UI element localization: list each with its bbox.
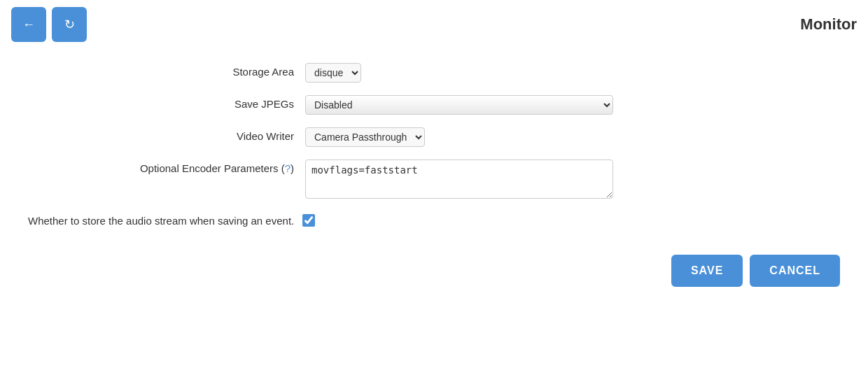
encoder-params-label: Optional Encoder Parameters (?) [28,160,294,174]
action-buttons: SAVE CANCEL [0,248,868,294]
video-writer-row: Video Writer Camera Passthrough X264 H26… [28,127,840,147]
audio-stream-row: Whether to store the audio stream when s… [28,214,840,227]
video-writer-select[interactable]: Camera Passthrough X264 H264_OMX [305,127,425,147]
save-jpegs-control: Disabled Enabled [305,95,620,115]
video-writer-label: Video Writer [28,127,294,142]
video-writer-control: Camera Passthrough X264 H264_OMX [305,127,620,147]
encoder-params-control: movflags=faststart [305,160,620,201]
storage-area-control: disque [305,63,620,83]
back-button[interactable]: ← [11,7,46,42]
save-jpegs-row: Save JPEGs Disabled Enabled [28,95,840,115]
audio-stream-label: Whether to store the audio stream when s… [28,215,294,227]
encoder-params-textarea[interactable]: movflags=faststart [305,160,613,199]
save-jpegs-select[interactable]: Disabled Enabled [305,95,613,115]
storage-area-label: Storage Area [28,63,294,78]
encoder-params-row: Optional Encoder Parameters (?) movflags… [28,160,840,201]
save-jpegs-label: Save JPEGs [28,95,294,110]
top-left-buttons: ← ↻ [11,7,87,42]
cancel-button[interactable]: CANCEL [750,255,840,287]
save-button[interactable]: SAVE [671,255,743,287]
audio-stream-checkbox[interactable] [302,214,315,227]
storage-area-row: Storage Area disque [28,63,840,83]
refresh-button[interactable]: ↻ [52,7,87,42]
refresh-icon: ↻ [64,17,75,32]
page-title: Monitor [800,15,857,34]
storage-area-select[interactable]: disque [305,63,361,83]
back-arrow-icon: ← [22,17,35,32]
encoder-help-link[interactable]: ? [285,162,290,174]
settings-form: Storage Area disque Save JPEGs Disabled … [0,49,868,241]
